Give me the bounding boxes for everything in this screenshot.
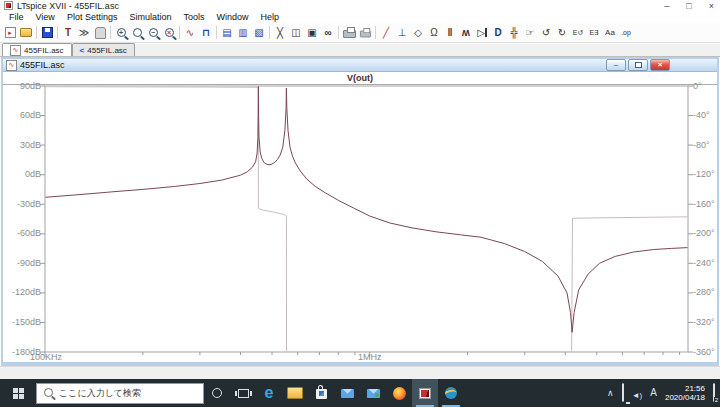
system-tray: ∧ ◄) A 21:56 2020/04/18 2	[607, 384, 720, 402]
schematic-icon[interactable]: ⊓	[198, 25, 214, 41]
plot-window: ∿ 455FIL.asc –× V(out) 90dB60dB30dB0dB-3…	[1, 57, 719, 366]
mail-alt-icon[interactable]	[360, 379, 386, 407]
search-icon	[44, 388, 53, 399]
plot-window-minimize-button[interactable]: –	[606, 59, 626, 71]
tab-1-455fil.asc[interactable]: <455FIL.asc	[72, 43, 135, 56]
toolbar-separator	[110, 26, 111, 39]
x-axis-tick-label: 1MHz	[348, 353, 392, 362]
explorer-icon[interactable]	[282, 379, 308, 407]
zoom-extents-icon[interactable]: ×	[161, 25, 177, 41]
maximize-button[interactable]: □	[686, 1, 691, 11]
toolbar-separator	[338, 26, 339, 39]
move-icon[interactable]: ╬	[506, 25, 522, 41]
y-left-tick-label: -120dB	[3, 288, 41, 297]
menu-file[interactable]: File	[3, 12, 30, 22]
edge-icon[interactable]: e	[256, 379, 282, 407]
volume-icon[interactable]: ◄)	[632, 384, 643, 402]
globe-app-icon[interactable]	[438, 379, 464, 407]
ime-indicator[interactable]: A	[650, 388, 657, 398]
redo-icon[interactable]: ↻	[554, 25, 570, 41]
cortana-icon[interactable]	[204, 379, 230, 407]
y-right-tick-label: -40°	[693, 111, 720, 120]
minimize-button[interactable]: –	[664, 1, 669, 11]
drag-icon[interactable]: ☞	[522, 25, 538, 41]
bode-plot-canvas[interactable]	[3, 85, 717, 362]
y-right-tick-label: 0°	[693, 82, 720, 91]
menu-tools[interactable]: Tools	[177, 12, 210, 22]
zoom-out-icon[interactable]: −	[145, 25, 161, 41]
resistor-icon[interactable]: Ω	[426, 25, 442, 41]
wire-icon[interactable]: ╱	[378, 25, 394, 41]
run-icon[interactable]: ≫	[76, 25, 92, 41]
cascade-icon[interactable]: ▧	[251, 25, 267, 41]
toolbar-separator	[36, 26, 37, 39]
desktop: { "window": { "title": "LTspice XVII - 4…	[0, 0, 720, 407]
tile-vertical-icon[interactable]: ▥	[235, 25, 251, 41]
clock-date: 2020/04/18	[665, 393, 705, 402]
window-caption-buttons: –□×	[664, 1, 714, 11]
mirror-icon[interactable]: E∃	[586, 25, 602, 41]
action-center-icon[interactable]: 2	[713, 384, 715, 402]
label-icon[interactable]: ◇	[410, 25, 426, 41]
network-icon[interactable]	[622, 384, 624, 402]
taskbar: ここに入力して検索 e ∧ ◄) A 21:56 2020/04/18 2	[0, 379, 720, 407]
text-icon[interactable]: Aa	[602, 25, 618, 41]
tab-0-455fil.asc[interactable]: ∿455FIL.asc	[2, 43, 72, 56]
notification-badge: 2	[714, 397, 719, 404]
print-icon[interactable]	[341, 25, 357, 41]
control-panel-icon[interactable]: T	[60, 25, 76, 41]
zoom-area-icon[interactable]	[129, 25, 145, 41]
plot-window-title-bar[interactable]: ∿ 455FIL.asc –×	[3, 59, 717, 72]
y-right-tick-label: -320°	[693, 318, 720, 327]
ltspice-taskbar-icon[interactable]	[412, 379, 438, 407]
rotate-icon[interactable]: E↺	[570, 25, 586, 41]
spice-directive-icon[interactable]: .op	[618, 25, 634, 41]
plot-pane: V(out) 90dB60dB30dB0dB-30dB-60dB-90dB-12…	[3, 72, 717, 362]
firefox-icon[interactable]	[386, 379, 412, 407]
print-preview-icon[interactable]	[357, 25, 373, 41]
copy-icon[interactable]: ◫	[288, 25, 304, 41]
capacitor-icon[interactable]: ‖	[442, 25, 458, 41]
find-icon[interactable]: ∞	[320, 25, 336, 41]
component-icon[interactable]: D	[490, 25, 506, 41]
halt-icon[interactable]	[92, 25, 108, 41]
paste-icon[interactable]: ▣	[304, 25, 320, 41]
y-left-tick-label: -30dB	[3, 200, 41, 209]
menu-plot-settings[interactable]: Plot Settings	[61, 12, 124, 22]
plot-window-close-button[interactable]: ×	[650, 59, 670, 71]
toolbar-separator	[179, 26, 180, 39]
x-axis-tick-label: 100KHz	[30, 353, 74, 362]
zoom-in-icon[interactable]: +	[113, 25, 129, 41]
diode-icon[interactable]: ▷	[474, 25, 490, 41]
trace-label-bar: V(out)	[3, 72, 717, 85]
store-icon[interactable]	[308, 379, 334, 407]
ground-icon[interactable]: ⊥	[394, 25, 410, 41]
tile-horizontal-icon[interactable]: ▤	[219, 25, 235, 41]
menu-view[interactable]: View	[30, 12, 61, 22]
start-button[interactable]	[0, 379, 36, 407]
search-input[interactable]: ここに入力して検索	[36, 383, 204, 404]
close-button[interactable]: ×	[709, 1, 714, 11]
status-bar	[0, 366, 720, 379]
new-schematic-icon[interactable]: ▸	[2, 25, 18, 41]
y-left-tick-label: 30dB	[3, 141, 41, 150]
waveform-icon[interactable]: ∿	[182, 25, 198, 41]
menu-simulation[interactable]: Simulation	[123, 12, 177, 22]
inductor-icon[interactable]: ʍ	[458, 25, 474, 41]
mail-icon[interactable]	[334, 379, 360, 407]
open-icon[interactable]	[18, 25, 34, 41]
menu-help[interactable]: Help	[254, 12, 285, 22]
trace-label[interactable]: V(out)	[347, 73, 373, 83]
menu-window[interactable]: Window	[210, 12, 254, 22]
tray-chevron-icon[interactable]: ∧	[607, 389, 614, 398]
undo-icon[interactable]: ↺	[538, 25, 554, 41]
cut-icon[interactable]: ╳	[272, 25, 288, 41]
menu-bar: FileViewPlot SettingsSimulationToolsWind…	[0, 12, 720, 22]
save-icon[interactable]	[39, 25, 55, 41]
clock[interactable]: 21:56 2020/04/18	[665, 384, 705, 402]
plot-window-caption-buttons: –×	[606, 59, 714, 71]
waveform-tab-icon: ∿	[6, 59, 17, 71]
toolbar: ▸T≫+−×∿⊓▤▥▧╳◫▣∞╱⊥◇Ω‖ʍ▷D╬☞↺↻E↺E∃Aa.op	[0, 23, 720, 43]
task-view-icon[interactable]	[230, 379, 256, 407]
plot-window-restore-button[interactable]	[628, 59, 648, 71]
